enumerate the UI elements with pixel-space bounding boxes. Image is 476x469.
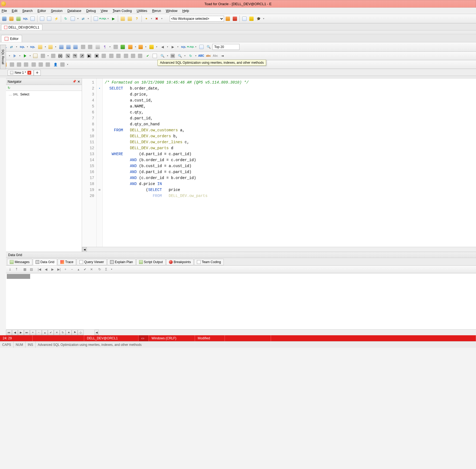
dbg-d-button[interactable] [123,53,129,59]
findall-button[interactable]: 🔍 [176,53,183,59]
next-button[interactable]: ▶ [50,267,55,272]
indent-button[interactable]: ⇥ [219,53,226,59]
tcm5-button[interactable] [37,61,44,68]
horizontal-scrollbar[interactable]: ◀ [82,247,476,252]
nav-post-button[interactable]: ✔ [48,330,54,335]
data-grid-tab-data-grid[interactable]: Data Grid [33,259,57,265]
cancel-edit-button[interactable]: ✕ [89,267,94,272]
find-button[interactable]: 🔍 [159,53,166,59]
delete-button[interactable]: − [70,267,74,272]
pin-icon[interactable]: 📌 [72,80,76,83]
last-button[interactable]: ▶| [56,267,61,272]
save-as-button[interactable] [65,44,72,50]
tcm2-button[interactable] [16,61,22,68]
dbg-over-button[interactable]: ↷ [72,53,78,59]
new-document-tab-button[interactable]: + [34,70,41,76]
cleanup-button[interactable]: ✖ [153,15,160,22]
prev-button[interactable]: ◀ [43,267,48,272]
open-button[interactable] [37,44,43,50]
menu-edit[interactable]: Edit [12,9,17,13]
menu-help[interactable]: Help [182,9,189,13]
chat-button[interactable] [248,15,255,22]
single-mode-button[interactable]: ▤ [29,267,34,272]
clipboard-button[interactable] [112,44,119,50]
scroll-left-button[interactable]: ◀ [82,247,87,252]
tcm7-button[interactable] [59,61,66,68]
editor-button[interactable] [15,15,22,22]
navigator-tree[interactable]: DML Select [6,91,82,252]
top-rows-input[interactable] [212,44,239,50]
connection-tab[interactable]: DELL_DEV@ORCL1 [1,24,42,30]
menu-editor[interactable]: Editor [37,9,46,13]
window-button[interactable] [70,15,76,22]
link-button[interactable]: ⇄ [80,15,86,22]
grad-cap-button[interactable]: 🎓 [255,15,262,22]
dbg-a-button[interactable] [100,53,107,59]
dbg-e-button[interactable] [130,53,136,59]
data-grid-tab-query-viewer[interactable]: Query Viewer [77,259,106,265]
nav-clear-button[interactable]: ◇ [78,330,84,335]
navigator-tree-item[interactable]: DML Select [8,92,80,97]
doc-button[interactable] [152,53,158,59]
code-area[interactable]: /* Formatted on 10/21/2008 10:45:46 AM (… [103,78,476,247]
plsql-button[interactable]: PLSQL [100,15,106,22]
json-button[interactable] [80,44,86,50]
new-connection-button[interactable] [1,15,8,22]
new-sql-button[interactable]: SQL [19,44,26,50]
open-multi-button[interactable] [47,44,54,50]
nav-last-button[interactable]: ⏭ [24,330,30,335]
menu-file[interactable]: File [2,9,7,13]
nav-insert-button[interactable]: + [30,330,36,335]
run-right-button[interactable]: ▶ [110,15,116,22]
grid-mode-button[interactable]: ▦ [22,267,27,272]
save-button[interactable] [58,44,65,50]
document-tab-new1[interactable]: New 1 * ✕ [8,70,34,76]
nav-delete-button[interactable]: − [36,330,42,335]
tcm3-button[interactable] [23,61,29,68]
star-button[interactable]: ✦ [143,15,150,22]
menu-rerun[interactable]: Rerun [152,9,161,13]
nav-scroll-left[interactable]: ◀ [94,330,99,335]
data-grid-tab-breakpoints[interactable]: Breakpoints [166,259,194,265]
sql-button[interactable]: SQL [22,15,29,22]
close-sql-button[interactable]: SQL [29,44,36,50]
tile-button[interactable] [46,15,52,22]
tcm4-button[interactable] [30,61,37,68]
menu-database[interactable]: Database [67,9,81,13]
save-all-button[interactable] [72,44,79,50]
dbg2-button[interactable]: (x) [57,53,64,59]
opt2-button[interactable] [137,44,144,50]
refresh2-button[interactable]: ↻ [187,53,194,59]
copy-window-button[interactable] [39,15,45,22]
data-grid-tab-explain-plan[interactable]: Explain Plan [107,259,136,265]
describe-button[interactable] [198,44,205,50]
tcm6-button[interactable] [45,61,51,68]
refresh-button[interactable]: ↻ [62,15,69,22]
dbg-out-button[interactable]: ↗ [79,53,85,59]
comment-button[interactable] [148,44,155,50]
link2-button[interactable]: ⇄ [8,44,15,50]
dbg-run-button[interactable]: ▶ [86,53,92,59]
menu-utilities[interactable]: Utilities [137,9,147,13]
findnext-button[interactable]: ⇨ [169,53,176,59]
menu-search[interactable]: Search [22,9,33,13]
run-all-button[interactable] [22,53,28,59]
menu-session[interactable]: Session [51,9,62,13]
abc-mixed-icon[interactable]: Abc [213,54,218,57]
window-list-button[interactable] [29,15,36,22]
explain-button[interactable] [32,53,39,59]
nav-edit-button[interactable]: ▴ [42,330,48,335]
dbg-f-button[interactable] [137,53,143,59]
export-data-button[interactable]: ⤓ [8,267,12,272]
nav-first-button[interactable]: ⏮ [6,330,12,335]
nav-bookmark-button[interactable]: ★ [66,330,72,335]
data-grid-tab-team-coding[interactable]: Team Coding [194,259,224,265]
dbg-b-button[interactable] [108,53,115,59]
menu-view[interactable]: View [101,9,108,13]
refresh-navigator-icon[interactable]: ↻ [8,86,10,90]
format-button[interactable]: ¶ [102,44,108,50]
data-grid-tab-script-output[interactable]: Script Output [136,259,166,265]
grid-button[interactable] [93,15,99,22]
menu-team-coding[interactable]: Team Coding [113,9,132,13]
export-button[interactable] [119,15,126,22]
